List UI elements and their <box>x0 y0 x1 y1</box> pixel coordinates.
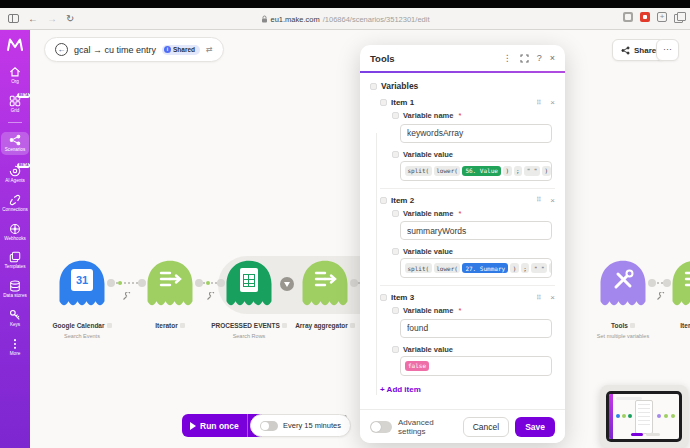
variable-value-input[interactable]: split( lower( 27. Summary ) ; " " ) <box>400 258 552 278</box>
variable-value-input[interactable]: split( lower( 56. Value ) ; " " ) <box>400 161 552 181</box>
item-2-header: Item 2 ⠿ × <box>380 196 555 205</box>
url-host: eu1.make.com <box>271 15 320 24</box>
module-iterator[interactable] <box>143 258 197 310</box>
drag-handle-icon[interactable]: ⠿ <box>536 196 540 204</box>
sidebar-item-keys[interactable]: Keys <box>1 309 29 328</box>
aggregator-icon <box>312 270 338 290</box>
connection-line[interactable] <box>111 282 142 284</box>
sidebar-item-data-stores[interactable]: Data stores <box>1 280 29 299</box>
mapped-variable-chip[interactable]: 27. Summary <box>462 263 508 273</box>
module-google-calendar[interactable]: 31 <box>55 258 109 310</box>
module-subtitle: Set multiple variables <box>573 333 673 339</box>
drag-handle-icon[interactable]: ⠿ <box>536 294 540 302</box>
more-icon <box>9 338 21 350</box>
route-settings-wrench-icon[interactable] <box>122 292 131 301</box>
mini-sidebar <box>609 394 613 439</box>
more-options-button[interactable]: ··· <box>656 39 679 61</box>
tab-overview-icon[interactable] <box>674 12 684 22</box>
remove-item-icon[interactable]: × <box>550 293 555 302</box>
map-toggle-icon[interactable] <box>392 151 399 158</box>
dialog-accent-bar <box>360 71 565 73</box>
google-sheets-icon <box>240 268 258 292</box>
variable-value-input[interactable]: false <box>400 356 552 376</box>
scenario-name[interactable]: gcal → cu time entry <box>74 45 156 55</box>
tools-icon <box>611 268 635 292</box>
map-toggle-icon[interactable] <box>392 210 399 217</box>
browser-sidebar-icon[interactable] <box>8 14 19 23</box>
variable-name-input[interactable] <box>400 221 552 240</box>
mapped-variable-chip[interactable]: 56. Value <box>462 166 501 176</box>
make-logo[interactable] <box>6 38 24 51</box>
required-mark: * <box>458 111 461 120</box>
remove-item-icon[interactable]: × <box>550 196 555 205</box>
connections-icon <box>9 194 21 206</box>
swap-icon[interactable]: ⇄ <box>206 45 213 54</box>
back-to-scenarios-button[interactable]: ← <box>55 43 68 56</box>
new-tab-icon[interactable]: + <box>657 12 667 22</box>
map-toggle-icon[interactable] <box>370 83 377 90</box>
red-extension-icon[interactable] <box>640 12 650 22</box>
sidebar-item-ai-agents[interactable]: BETA AI Agents <box>1 165 29 184</box>
filter-icon[interactable] <box>280 277 294 291</box>
kebab-menu-icon[interactable]: ⋮ <box>503 53 512 63</box>
module-tools[interactable] <box>596 258 650 310</box>
item-3-header: Item 3 ⠿ × <box>380 293 555 302</box>
variable-name-input[interactable] <box>400 319 552 338</box>
home-icon <box>9 66 21 78</box>
sidebar-item-grid[interactable]: BETA Grid <box>1 95 29 114</box>
sidebar-divider <box>8 122 22 123</box>
advanced-settings-label: Advanced settings <box>398 418 457 436</box>
module-number-badge <box>350 323 355 328</box>
back-icon[interactable]: ← <box>28 14 38 24</box>
schedule-toggle[interactable] <box>260 421 278 431</box>
remove-item-icon[interactable]: × <box>550 98 555 107</box>
lock-icon <box>261 15 268 23</box>
reload-icon[interactable]: ↻ <box>66 14 74 24</box>
keyword-chip[interactable]: false <box>405 361 429 371</box>
advanced-settings-toggle[interactable] <box>370 421 392 433</box>
map-toggle-icon[interactable] <box>392 248 399 255</box>
variable-name-label: Variable name <box>403 306 453 315</box>
variables-section-row: Variables <box>370 81 555 91</box>
module-subtitle: Search Rows <box>199 333 299 339</box>
map-toggle-icon[interactable] <box>380 197 387 204</box>
map-toggle-icon[interactable] <box>380 99 387 106</box>
screenshot-thumbnail[interactable] <box>600 385 688 448</box>
connection-line[interactable] <box>199 282 221 284</box>
sidebar-item-webhooks[interactable]: Webhooks <box>1 223 29 242</box>
module-iterator-2[interactable] <box>668 258 690 310</box>
module-name: Array aggregator <box>295 322 348 329</box>
module-array-aggregator[interactable] <box>298 258 352 310</box>
variable-name-input[interactable] <box>400 124 552 143</box>
sidebar-item-more[interactable]: More <box>1 338 29 357</box>
map-toggle-icon[interactable] <box>392 307 399 314</box>
expand-icon[interactable] <box>520 54 529 63</box>
route-settings-wrench-icon[interactable] <box>206 292 215 301</box>
map-toggle-icon[interactable] <box>392 346 399 353</box>
share-icon <box>621 46 630 55</box>
connection-line[interactable] <box>652 282 667 284</box>
sidebar-item-templates[interactable]: Templates <box>1 251 29 270</box>
drag-handle-icon[interactable]: ⠿ <box>536 99 540 107</box>
module-processed-events[interactable] <box>222 258 276 310</box>
required-mark: * <box>458 306 461 315</box>
extension-icon[interactable] <box>623 12 633 22</box>
sidebar-item-scenarios[interactable]: Scenarios <box>1 132 29 155</box>
cancel-button[interactable]: Cancel <box>463 417 509 437</box>
mini-dialog <box>635 400 653 434</box>
map-toggle-icon[interactable] <box>392 112 399 119</box>
iterator-icon <box>682 270 690 290</box>
map-toggle-icon[interactable] <box>380 294 387 301</box>
iterator-icon <box>157 270 183 290</box>
url-path: /106864/scenarios/3512301/edit <box>323 15 430 24</box>
sidebar-item-connections[interactable]: Connections <box>1 194 29 213</box>
close-icon[interactable]: × <box>550 53 555 63</box>
sidebar-item-org[interactable]: Org <box>1 66 29 85</box>
add-item-link[interactable]: + Add item <box>380 385 555 394</box>
forward-icon[interactable]: → <box>47 14 57 24</box>
schedule-control[interactable]: Every 15 minutes <box>250 414 351 437</box>
save-button[interactable]: Save <box>515 417 555 437</box>
help-icon[interactable]: ? <box>537 53 542 63</box>
route-settings-wrench-icon[interactable] <box>656 292 665 301</box>
address-bar[interactable]: eu1.make.com/106864/scenarios/3512301/ed… <box>0 8 690 30</box>
